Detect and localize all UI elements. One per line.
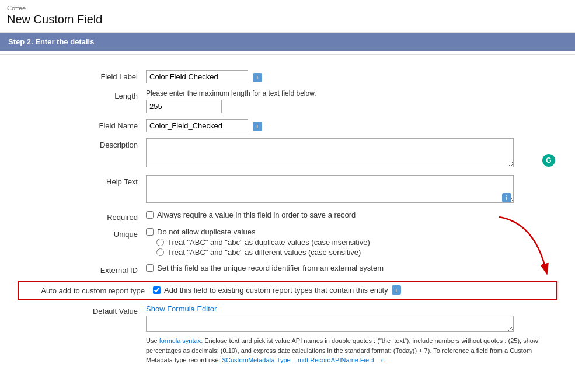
formula-textarea[interactable] — [146, 316, 514, 332]
external-id-checkbox[interactable] — [146, 264, 154, 272]
external-id-row: External ID Set this field as the unique… — [0, 264, 575, 275]
show-formula-link[interactable]: Show Formula Editor — [146, 304, 217, 313]
external-id-label: External ID — [18, 264, 146, 275]
help-text-info-icon[interactable]: i — [502, 193, 511, 202]
auto-add-checkbox[interactable] — [153, 286, 161, 294]
external-id-control: Set this field as the unique record iden… — [146, 264, 557, 274]
auto-add-text: Add this field to existing custom report… — [164, 286, 388, 295]
field-label-label: Field Label — [18, 70, 146, 81]
auto-add-label: Auto add to custom report type — [25, 285, 153, 295]
radio-group: Treat "ABC" and "abc" as duplicate value… — [156, 238, 557, 257]
form-area: Field Label i Length Please enter the ma… — [0, 58, 575, 383]
required-checkbox-row: Always require a value in this field in … — [146, 211, 557, 219]
description-wrap: G — [146, 138, 557, 169]
required-checkbox[interactable] — [146, 211, 154, 219]
unique-text: Do not allow duplicate values — [157, 228, 255, 236]
unique-checkbox[interactable] — [146, 228, 154, 236]
field-name-row: Field Name i — [0, 119, 575, 132]
description-control: G — [146, 138, 557, 169]
radio-case-insensitive[interactable] — [156, 239, 164, 246]
length-input[interactable] — [146, 100, 222, 113]
required-row: Required Always require a value in this … — [0, 211, 575, 222]
auto-add-control: Add this field to existing custom report… — [153, 285, 550, 295]
formula-note: Use formula syntax: Enclose text and pic… — [146, 336, 557, 365]
step-header: Step 2. Enter the details — [0, 33, 575, 51]
page-title: New Custom Field — [7, 13, 568, 26]
default-value-label: Default Value — [18, 304, 146, 316]
radio2-text: Treat "ABC" and "abc" as different value… — [168, 248, 361, 257]
description-row: Description G — [0, 138, 575, 169]
required-control: Always require a value in this field in … — [146, 211, 557, 221]
field-label-info-icon[interactable]: i — [253, 73, 262, 82]
auto-add-section: Auto add to custom report type Add this … — [0, 281, 575, 300]
external-id-text: Set this field as the unique record iden… — [157, 264, 384, 272]
default-value-control: Show Formula Editor Use formula syntax: … — [146, 304, 557, 365]
default-value-row: Default Value Show Formula Editor Use fo… — [0, 304, 575, 365]
field-name-info-icon[interactable]: i — [253, 122, 262, 131]
auto-add-info-icon[interactable]: i — [392, 285, 401, 295]
radio2-row: Treat "ABC" and "abc" as different value… — [156, 248, 557, 257]
page-header: Coffee New Custom Field — [0, 0, 575, 33]
field-label-row: Field Label i — [0, 70, 575, 83]
required-label: Required — [18, 211, 146, 222]
field-name-label: Field Name — [18, 119, 146, 130]
grammarly-icon: G — [542, 154, 555, 167]
field-name-input[interactable] — [146, 119, 248, 132]
length-control: Please enter the maximum length for a te… — [146, 89, 557, 113]
length-note: Please enter the maximum length for a te… — [146, 89, 557, 97]
help-text-input[interactable] — [146, 175, 514, 203]
required-text: Always require a value in this field in … — [157, 211, 356, 219]
help-text-row: Help Text i — [0, 175, 575, 205]
length-row: Length Please enter the maximum length f… — [0, 89, 575, 113]
length-label: Length — [18, 89, 146, 100]
auto-add-row: Auto add to custom report type Add this … — [18, 281, 557, 300]
external-id-checkbox-row: Set this field as the unique record iden… — [146, 264, 557, 272]
unique-row: Unique Do not allow duplicate values Tre… — [0, 228, 575, 258]
help-text-control: i — [146, 175, 557, 205]
unique-checkbox-row: Do not allow duplicate values — [146, 228, 557, 236]
field-label-control: i — [146, 70, 557, 83]
formula-syntax-link[interactable]: formula syntax: — [159, 337, 203, 344]
breadcrumb: Coffee — [7, 5, 568, 12]
description-label: Description — [18, 138, 146, 149]
unique-control: Do not allow duplicate values Treat "ABC… — [146, 228, 557, 258]
radio1-row: Treat "ABC" and "abc" as duplicate value… — [156, 238, 557, 247]
custom-metadata-link[interactable]: $CustomMetadata.Type__mdt.RecordAPIName.… — [222, 356, 385, 363]
help-text-label: Help Text — [18, 175, 146, 186]
radio-case-sensitive[interactable] — [156, 249, 164, 256]
radio1-text: Treat "ABC" and "abc" as duplicate value… — [168, 238, 370, 247]
field-label-input[interactable] — [146, 70, 248, 83]
description-input[interactable] — [146, 138, 514, 167]
field-name-control: i — [146, 119, 557, 132]
unique-label: Unique — [18, 228, 146, 239]
